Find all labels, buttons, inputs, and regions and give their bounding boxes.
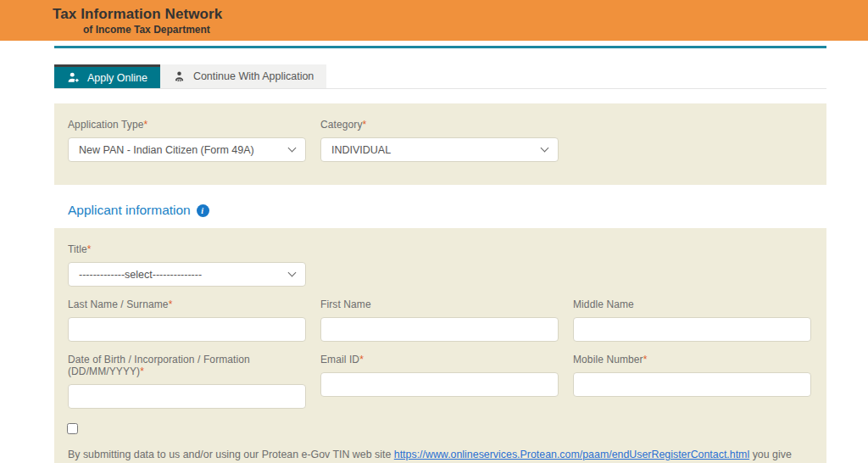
mobile-number-field: Mobile Number* [573,347,811,409]
email-input[interactable] [320,372,559,397]
application-type-panel: Application Type* New PAN - Indian Citiz… [54,103,826,185]
tab-bar: Apply Online Continue With Application [54,64,826,89]
first-name-field: First Name [320,292,559,342]
person-add-icon [67,71,80,84]
date-of-birth-field: Date of Birth / Incorporation / Formatio… [68,347,306,409]
title-select[interactable]: -------------select-------------- [68,262,306,287]
consent-link[interactable]: https://www.onlineservices.Protean.com/p… [394,449,749,460]
applicant-information-panel: Title* -------------select--------------… [54,228,826,463]
chevron-down-icon [288,144,297,153]
chevron-down-icon [541,144,549,153]
application-type-field: Application Type* New PAN - Indian Citiz… [68,112,306,162]
application-type-label: Application Type* [68,119,306,131]
first-name-input[interactable] [320,317,559,342]
email-field: Email ID* [320,347,559,409]
heading-text: Applicant information [68,203,191,218]
application-type-select[interactable]: New PAN - Indian Citizen (Form 49A) [68,137,306,162]
brand: Tax Information Network of Income Tax De… [0,0,868,36]
middle-name-input[interactable] [573,317,811,342]
info-icon[interactable]: i [197,204,209,217]
selected-value: New PAN - Indian Citizen (Form 49A) [79,144,254,156]
site-title: Tax Information Network [53,6,868,23]
middle-name-field: Middle Name [573,292,811,342]
applicant-information-heading: Applicant information i [68,203,826,218]
tab-apply-online[interactable]: Apply Online [54,64,160,88]
chevron-down-icon [288,269,297,277]
category-select[interactable]: INDIVIDUAL [320,137,559,162]
selected-value: INDIVIDUAL [331,144,391,156]
header: Tax Information Network of Income Tax De… [0,0,868,41]
consent-checkbox-row [67,422,813,438]
tab-label: Continue With Application [193,70,314,82]
title-field: Title* -------------select-------------- [68,237,306,287]
category-field: Category* INDIVIDUAL [320,112,559,162]
last-name-input[interactable] [68,317,306,342]
last-name-field: Last Name / Surname* [68,292,306,342]
person-continue-icon [173,70,186,83]
selected-value: -------------select-------------- [79,269,202,281]
date-of-birth-input[interactable] [68,384,306,409]
tab-label: Apply Online [87,72,147,84]
consent-checkbox[interactable] [67,423,78,434]
consent-text: By submitting data to us and/or using ou… [68,448,814,463]
category-label: Category* [320,119,559,131]
mobile-number-input[interactable] [573,372,811,397]
site-subtitle: of Income Tax Department [53,24,868,36]
header-divider [54,46,826,48]
tab-continue-with-application[interactable]: Continue With Application [160,64,326,88]
title-label: Title* [68,243,306,255]
